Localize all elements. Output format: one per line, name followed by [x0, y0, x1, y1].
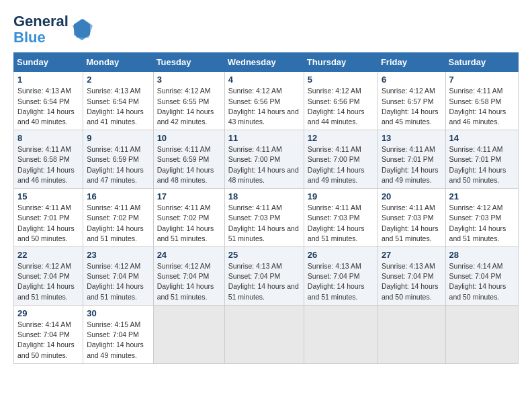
weekday-header-friday: Friday [378, 53, 445, 72]
calendar-day-cell: 22 Sunrise: 4:12 AMSunset: 7:04 PMDaylig… [14, 247, 83, 306]
calendar-day-cell [378, 305, 445, 363]
day-info: Sunrise: 4:11 AMSunset: 6:59 PMDaylight:… [157, 145, 214, 184]
day-info: Sunrise: 4:14 AMSunset: 7:04 PMDaylight:… [17, 320, 75, 359]
day-number: 29 [17, 308, 79, 318]
calendar-day-cell: 30 Sunrise: 4:15 AMSunset: 7:04 PMDaylig… [83, 305, 153, 363]
weekday-header-thursday: Thursday [304, 53, 378, 72]
logo-text: General Blue [13, 13, 94, 46]
day-number: 19 [308, 191, 374, 201]
day-number: 1 [17, 75, 79, 85]
calendar-day-cell: 24 Sunrise: 4:12 AMSunset: 7:04 PMDaylig… [153, 247, 224, 306]
day-number: 8 [17, 133, 79, 143]
day-number: 30 [87, 308, 149, 318]
day-info: Sunrise: 4:12 AMSunset: 7:03 PMDaylight:… [449, 203, 506, 242]
day-info: Sunrise: 4:13 AMSunset: 6:54 PMDaylight:… [17, 87, 75, 126]
day-info: Sunrise: 4:11 AMSunset: 7:03 PMDaylight:… [228, 203, 299, 242]
day-number: 11 [228, 133, 300, 143]
day-info: Sunrise: 4:12 AMSunset: 6:56 PMDaylight:… [228, 87, 299, 126]
day-number: 21 [449, 191, 515, 201]
day-number: 14 [449, 133, 515, 143]
calendar-week-row: 1 Sunrise: 4:13 AMSunset: 6:54 PMDayligh… [14, 72, 519, 130]
day-number: 18 [228, 191, 300, 201]
calendar-day-cell: 6 Sunrise: 4:12 AMSunset: 6:57 PMDayligh… [378, 72, 445, 130]
calendar-day-cell: 7 Sunrise: 4:11 AMSunset: 6:58 PMDayligh… [445, 72, 518, 130]
day-number: 23 [87, 250, 149, 260]
logo-icon [70, 17, 94, 42]
day-info: Sunrise: 4:12 AMSunset: 6:56 PMDaylight:… [308, 87, 365, 126]
day-number: 2 [87, 75, 149, 85]
day-info: Sunrise: 4:12 AMSunset: 7:04 PMDaylight:… [157, 262, 214, 301]
day-info: Sunrise: 4:12 AMSunset: 6:55 PMDaylight:… [157, 87, 214, 126]
day-number: 13 [382, 133, 442, 143]
day-info: Sunrise: 4:11 AMSunset: 7:00 PMDaylight:… [308, 145, 365, 184]
day-number: 20 [382, 191, 442, 201]
day-info: Sunrise: 4:11 AMSunset: 7:01 PMDaylight:… [17, 203, 75, 242]
day-info: Sunrise: 4:12 AMSunset: 7:04 PMDaylight:… [87, 262, 144, 301]
weekday-header-wednesday: Wednesday [224, 53, 304, 72]
calendar-day-cell: 18 Sunrise: 4:11 AMSunset: 7:03 PMDaylig… [224, 189, 304, 247]
day-info: Sunrise: 4:11 AMSunset: 6:58 PMDaylight:… [17, 145, 75, 184]
calendar-table: SundayMondayTuesdayWednesdayThursdayFrid… [13, 52, 519, 363]
day-number: 16 [87, 191, 149, 201]
day-info: Sunrise: 4:11 AMSunset: 6:58 PMDaylight:… [449, 87, 506, 126]
calendar-day-cell: 19 Sunrise: 4:11 AMSunset: 7:03 PMDaylig… [304, 189, 378, 247]
day-number: 9 [87, 133, 149, 143]
calendar-day-cell: 3 Sunrise: 4:12 AMSunset: 6:55 PMDayligh… [153, 72, 224, 130]
calendar-day-cell [445, 305, 518, 363]
day-info: Sunrise: 4:13 AMSunset: 6:54 PMDaylight:… [87, 87, 144, 126]
day-info: Sunrise: 4:11 AMSunset: 7:02 PMDaylight:… [87, 203, 144, 242]
day-info: Sunrise: 4:13 AMSunset: 7:04 PMDaylight:… [228, 262, 299, 301]
calendar-day-cell [224, 305, 304, 363]
calendar-day-cell: 28 Sunrise: 4:14 AMSunset: 7:04 PMDaylig… [445, 247, 518, 306]
calendar-day-cell: 8 Sunrise: 4:11 AMSunset: 6:58 PMDayligh… [14, 130, 83, 189]
day-number: 7 [449, 75, 515, 85]
calendar-week-row: 8 Sunrise: 4:11 AMSunset: 6:58 PMDayligh… [14, 130, 519, 189]
day-number: 17 [157, 191, 221, 201]
weekday-header-tuesday: Tuesday [153, 53, 224, 72]
day-number: 6 [382, 75, 442, 85]
day-info: Sunrise: 4:11 AMSunset: 7:02 PMDaylight:… [157, 203, 214, 242]
calendar-day-cell: 9 Sunrise: 4:11 AMSunset: 6:59 PMDayligh… [83, 130, 153, 189]
page-header: General Blue [13, 13, 519, 46]
day-info: Sunrise: 4:11 AMSunset: 7:01 PMDaylight:… [449, 145, 506, 184]
day-info: Sunrise: 4:14 AMSunset: 7:04 PMDaylight:… [449, 262, 506, 301]
day-info: Sunrise: 4:12 AMSunset: 7:04 PMDaylight:… [17, 262, 75, 301]
day-number: 5 [308, 75, 374, 85]
calendar-week-row: 22 Sunrise: 4:12 AMSunset: 7:04 PMDaylig… [14, 247, 519, 306]
calendar-day-cell: 29 Sunrise: 4:14 AMSunset: 7:04 PMDaylig… [14, 305, 83, 363]
day-info: Sunrise: 4:11 AMSunset: 6:59 PMDaylight:… [87, 145, 144, 184]
calendar-day-cell: 4 Sunrise: 4:12 AMSunset: 6:56 PMDayligh… [224, 72, 304, 130]
calendar-day-cell [304, 305, 378, 363]
calendar-week-row: 15 Sunrise: 4:11 AMSunset: 7:01 PMDaylig… [14, 189, 519, 247]
day-number: 26 [308, 250, 374, 260]
day-number: 4 [228, 75, 300, 85]
calendar-day-cell: 20 Sunrise: 4:11 AMSunset: 7:03 PMDaylig… [378, 189, 445, 247]
calendar-week-row: 29 Sunrise: 4:14 AMSunset: 7:04 PMDaylig… [14, 305, 519, 363]
calendar-day-cell: 25 Sunrise: 4:13 AMSunset: 7:04 PMDaylig… [224, 247, 304, 306]
calendar-day-cell: 10 Sunrise: 4:11 AMSunset: 6:59 PMDaylig… [153, 130, 224, 189]
day-info: Sunrise: 4:11 AMSunset: 7:03 PMDaylight:… [382, 203, 439, 242]
weekday-header-row: SundayMondayTuesdayWednesdayThursdayFrid… [14, 53, 519, 72]
day-number: 22 [17, 250, 79, 260]
calendar-day-cell: 27 Sunrise: 4:13 AMSunset: 7:04 PMDaylig… [378, 247, 445, 306]
calendar-day-cell: 17 Sunrise: 4:11 AMSunset: 7:02 PMDaylig… [153, 189, 224, 247]
logo: General Blue [13, 13, 94, 46]
calendar-day-cell: 26 Sunrise: 4:13 AMSunset: 7:04 PMDaylig… [304, 247, 378, 306]
day-number: 12 [308, 133, 374, 143]
day-number: 3 [157, 75, 221, 85]
calendar-day-cell: 5 Sunrise: 4:12 AMSunset: 6:56 PMDayligh… [304, 72, 378, 130]
day-info: Sunrise: 4:11 AMSunset: 7:03 PMDaylight:… [308, 203, 365, 242]
day-number: 28 [449, 250, 515, 260]
weekday-header-sunday: Sunday [14, 53, 83, 72]
day-number: 25 [228, 250, 300, 260]
day-info: Sunrise: 4:11 AMSunset: 7:00 PMDaylight:… [228, 145, 299, 184]
calendar-day-cell: 14 Sunrise: 4:11 AMSunset: 7:01 PMDaylig… [445, 130, 518, 189]
day-number: 24 [157, 250, 221, 260]
calendar-day-cell: 21 Sunrise: 4:12 AMSunset: 7:03 PMDaylig… [445, 189, 518, 247]
weekday-header-monday: Monday [83, 53, 153, 72]
day-number: 15 [17, 191, 79, 201]
calendar-day-cell: 1 Sunrise: 4:13 AMSunset: 6:54 PMDayligh… [14, 72, 83, 130]
calendar-day-cell: 23 Sunrise: 4:12 AMSunset: 7:04 PMDaylig… [83, 247, 153, 306]
calendar-day-cell: 13 Sunrise: 4:11 AMSunset: 7:01 PMDaylig… [378, 130, 445, 189]
calendar-day-cell: 2 Sunrise: 4:13 AMSunset: 6:54 PMDayligh… [83, 72, 153, 130]
